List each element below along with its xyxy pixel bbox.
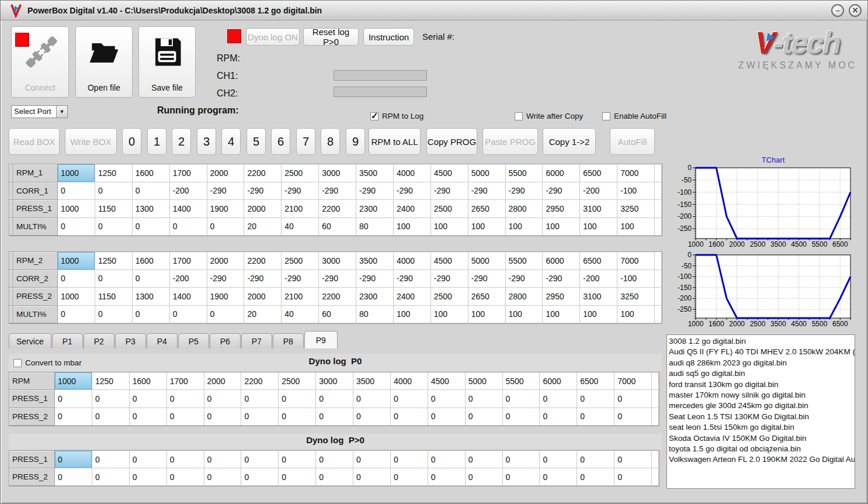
table-cell[interactable]: 0: [614, 451, 652, 468]
table-cell[interactable]: -100: [617, 270, 655, 288]
table-cell[interactable]: 0: [130, 408, 167, 426]
table-cell[interactable]: 1600: [133, 252, 170, 270]
table-cell[interactable]: -290: [468, 182, 506, 201]
table-cell[interactable]: 3250: [617, 200, 655, 218]
table-cell[interactable]: 20: [244, 218, 282, 236]
table-cell[interactable]: 0: [503, 390, 540, 408]
table-cell[interactable]: 3500: [353, 372, 391, 390]
autofill-button[interactable]: AutoFill: [610, 128, 655, 155]
table-cell[interactable]: 100: [580, 306, 617, 324]
table-cell[interactable]: -290: [207, 182, 245, 201]
table-cell[interactable]: 0: [503, 451, 540, 468]
table-cell[interactable]: 0: [95, 218, 133, 236]
digit-0-button[interactable]: 0: [122, 128, 141, 155]
table-cell[interactable]: 5000: [468, 164, 506, 182]
table-cell[interactable]: 2800: [506, 288, 543, 306]
write-after-copy-checkbox[interactable]: [515, 112, 523, 120]
table-cell[interactable]: 5000: [468, 252, 506, 270]
table-cell[interactable]: 0: [55, 468, 92, 486]
table-cell[interactable]: 100: [431, 306, 468, 324]
table-cell[interactable]: 0: [58, 218, 95, 236]
table-cell[interactable]: 5500: [506, 164, 543, 182]
table-cell[interactable]: 2200: [319, 200, 356, 218]
table-cell[interactable]: 0: [466, 408, 503, 426]
table-cell[interactable]: 100: [617, 306, 655, 324]
table-cell[interactable]: 2950: [543, 288, 580, 306]
table-cell[interactable]: 0: [170, 218, 207, 236]
table-cell[interactable]: 3100: [580, 288, 617, 306]
file-list-item[interactable]: audi sq5 go digital.bin: [669, 368, 855, 379]
rpm-to-log-checkbox[interactable]: [370, 112, 379, 120]
table-cell[interactable]: -290: [356, 182, 394, 201]
open-file-button[interactable]: Open file: [75, 26, 133, 98]
table-cell[interactable]: 0: [316, 390, 353, 408]
tab-p7[interactable]: P7: [241, 333, 272, 348]
table-cell[interactable]: 2200: [244, 252, 282, 270]
table-cell[interactable]: 7000: [614, 372, 652, 390]
table-cell[interactable]: 1300: [133, 200, 170, 218]
table-cell[interactable]: -200: [580, 270, 617, 288]
table-cell[interactable]: 3000: [319, 252, 356, 270]
digit-4-button[interactable]: 4: [221, 128, 241, 155]
read-box-button[interactable]: Read BOX: [9, 128, 60, 155]
digit-7-button[interactable]: 7: [296, 128, 315, 155]
table-cell[interactable]: 0: [167, 451, 204, 468]
table-cell[interactable]: 0: [241, 468, 279, 486]
table-cell[interactable]: -290: [431, 270, 468, 288]
table-cell[interactable]: 6500: [580, 164, 617, 182]
table-cell[interactable]: 1250: [95, 252, 133, 270]
digit-2-button[interactable]: 2: [172, 128, 191, 155]
table-cell[interactable]: 0: [204, 390, 242, 408]
table-cell[interactable]: 20: [244, 306, 282, 324]
table-cell[interactable]: -200: [170, 270, 207, 288]
table-cell[interactable]: 0: [133, 182, 170, 201]
table-cell[interactable]: 1250: [95, 164, 133, 182]
table-cell[interactable]: 0: [130, 451, 167, 468]
reset-log-button[interactable]: Reset log P>0: [303, 28, 359, 46]
table-cell[interactable]: -290: [394, 270, 431, 288]
tab-service[interactable]: Service: [9, 333, 51, 348]
table-cell[interactable]: 4500: [431, 164, 468, 182]
table-cell[interactable]: 2400: [394, 200, 431, 218]
table-cell[interactable]: 3000: [316, 372, 353, 390]
table-cell[interactable]: 0: [204, 468, 242, 486]
table-cell[interactable]: -290: [282, 270, 319, 288]
table-cell[interactable]: 0: [58, 182, 95, 201]
table-cell[interactable]: 0: [167, 468, 204, 486]
table-cell[interactable]: 0: [391, 451, 428, 468]
table-cell[interactable]: 2000: [244, 288, 282, 306]
table-cell[interactable]: 5000: [466, 372, 503, 390]
tab-p1[interactable]: P1: [52, 333, 83, 348]
table-cell[interactable]: -290: [356, 270, 394, 288]
table-cell[interactable]: 6000: [543, 252, 580, 270]
table-cell[interactable]: -290: [431, 182, 468, 201]
table-cell[interactable]: 1700: [167, 372, 204, 390]
table-cell[interactable]: 4000: [391, 372, 428, 390]
file-list-item[interactable]: master 170km nowy silnik go digital.bin: [669, 390, 855, 401]
table-cell[interactable]: 4000: [394, 252, 431, 270]
table-cell[interactable]: 2500: [282, 252, 319, 270]
table-cell[interactable]: 0: [353, 390, 391, 408]
table-cell[interactable]: 0: [503, 468, 540, 486]
tab-p6[interactable]: P6: [210, 333, 241, 348]
table-cell[interactable]: 1250: [92, 372, 130, 390]
table-cell[interactable]: 0: [279, 408, 316, 426]
table-cell[interactable]: 0: [204, 408, 242, 426]
table-cell[interactable]: -290: [207, 270, 245, 288]
rpm-to-all-button[interactable]: RPM to ALL: [369, 128, 421, 155]
table-cell[interactable]: 0: [92, 468, 130, 486]
table-cell[interactable]: 0: [170, 306, 207, 324]
write-box-button[interactable]: Write BOX: [65, 128, 117, 155]
tab-p3[interactable]: P3: [115, 333, 146, 348]
table-cell[interactable]: 0: [353, 451, 391, 468]
table-cell[interactable]: 2100: [282, 200, 319, 218]
close-button[interactable]: ✕: [849, 4, 862, 17]
table-cell[interactable]: 0: [95, 182, 133, 201]
table-cell[interactable]: 0: [241, 408, 279, 426]
table-cell[interactable]: 3500: [356, 252, 394, 270]
table-cell[interactable]: 2650: [468, 200, 506, 218]
table-cell[interactable]: 2400: [394, 288, 431, 306]
table-cell[interactable]: 2800: [506, 200, 543, 218]
table-cell[interactable]: 1900: [207, 200, 245, 218]
table-cell[interactable]: 6500: [580, 252, 617, 270]
